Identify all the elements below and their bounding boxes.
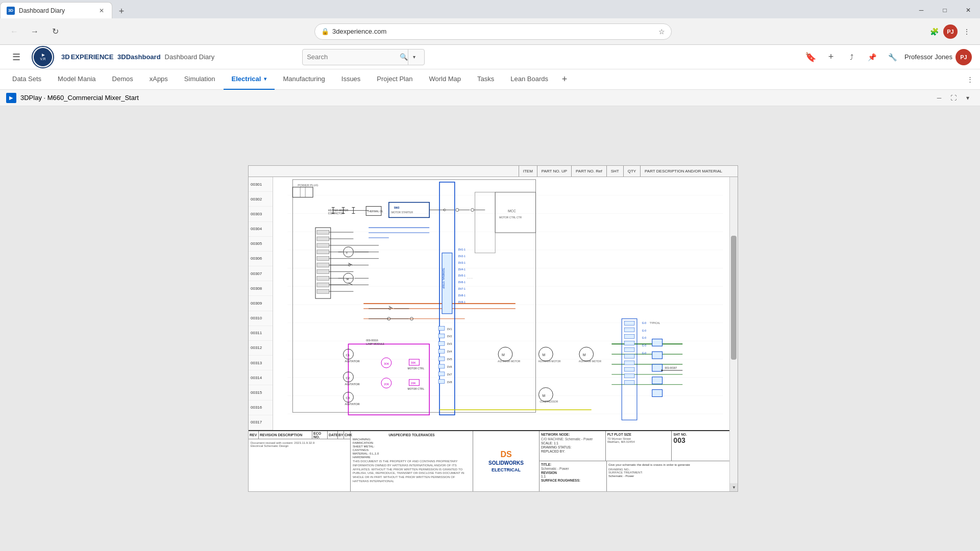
svg-text:DV4: DV4	[447, 350, 452, 353]
svg-rect-116	[624, 328, 634, 332]
svg-text:MOTOR CTRL: MOTOR CTRL	[408, 367, 425, 370]
svg-rect-159	[438, 334, 445, 338]
tab-close-button[interactable]: ✕	[97, 7, 106, 15]
svg-rect-55	[317, 289, 329, 293]
scroll-track[interactable]	[730, 174, 738, 483]
scroll-thumb[interactable]	[731, 236, 737, 359]
svg-rect-53	[317, 276, 329, 280]
svg-rect-50	[317, 257, 329, 261]
header-sht: SHT	[606, 166, 623, 177]
user-section: Professor Jones PJ	[904, 49, 972, 65]
svg-text:DV1-1: DV1-1	[458, 248, 465, 251]
add-tab-button[interactable]: +	[556, 71, 573, 88]
svg-rect-119	[624, 347, 634, 352]
maximize-button[interactable]: □	[933, 2, 957, 18]
tab-world-map[interactable]: World Map	[421, 69, 469, 90]
svg-text:MOTOR CTRL CTR: MOTOR CTRL CTR	[499, 216, 522, 219]
svg-text:T: T	[346, 252, 348, 255]
svg-text:MCC: MCC	[508, 209, 516, 213]
url-text[interactable]: 3dexperience.com	[332, 28, 654, 35]
tab-demos[interactable]: Demos	[104, 69, 141, 90]
expand-panel-button[interactable]: ▾	[962, 92, 974, 104]
forward-button[interactable]: →	[27, 23, 43, 40]
svg-rect-160	[438, 341, 445, 345]
diagram-footer: REV REVISION DESCRIPTION ECO NO. DATE BY…	[249, 430, 738, 491]
header-right: 🔖 + ⤴ 📌 🔧 Professor Jones PJ	[802, 49, 972, 65]
minimize-button[interactable]: ─	[910, 2, 933, 18]
tab-electrical[interactable]: Electrical ▾	[224, 69, 275, 90]
svg-text:DV7: DV7	[447, 373, 452, 376]
svg-text:G-0: G-0	[642, 344, 647, 347]
document-info: Document revised with content: 2023.11.9…	[249, 439, 350, 449]
scroll-down-button[interactable]: ▼	[730, 483, 738, 491]
reload-button[interactable]: ↻	[47, 23, 63, 40]
svg-text:DV7-1: DV7-1	[458, 288, 465, 290]
search-dropdown-button[interactable]: ▾	[408, 49, 420, 65]
schematic-diagram[interactable]: POWER PLUG HEATER MOTOR CONTACTOR	[273, 177, 738, 430]
main-view: ITEM PART NO. UP PART NO. Ref SHT QTY PA…	[0, 106, 980, 551]
new-tab-button[interactable]: +	[114, 4, 129, 18]
row-label-00309: 00309	[249, 296, 273, 311]
svg-text:AGITATOR: AGITATOR	[345, 383, 360, 386]
app-title-text: Dashboard Diary	[165, 53, 215, 61]
tab-manufacturing[interactable]: Manufacturing	[275, 69, 333, 90]
svg-text:TERMINAL STRIP: TERMINAL STRIP	[442, 268, 445, 289]
profile-button[interactable]: PJ	[943, 24, 958, 39]
tools-icon[interactable]: 🔧	[884, 49, 900, 65]
tab-tasks[interactable]: Tasks	[469, 69, 502, 90]
svg-text:G-0: G-0	[642, 330, 647, 332]
back-button[interactable]: ←	[6, 23, 22, 40]
pin-icon[interactable]: 📌	[864, 49, 880, 65]
minimize-panel-button[interactable]: ─	[933, 92, 945, 104]
svg-text:DV5: DV5	[447, 358, 452, 361]
svg-rect-122	[624, 367, 634, 371]
bookmark-tool-icon[interactable]: 🔖	[802, 49, 819, 65]
tab-model-mania[interactable]: Model Mania	[50, 69, 104, 90]
search-box[interactable]: 🔍 ▾	[302, 49, 425, 65]
tab-simulation[interactable]: Simulation	[176, 69, 224, 90]
tab-data-sets[interactable]: Data Sets	[4, 69, 50, 90]
header-part-no: PART NO. UP	[537, 166, 571, 177]
svg-text:MOTOR CTRL: MOTOR CTRL	[408, 388, 425, 390]
tab-xapps[interactable]: xApps	[141, 69, 176, 90]
tab-project-plan[interactable]: Project Plan	[369, 69, 421, 90]
extensions-button[interactable]: 🧩	[927, 24, 941, 39]
bookmark-icon[interactable]: ☆	[658, 28, 665, 36]
svg-text:DV5-1: DV5-1	[458, 274, 465, 277]
svg-text:003-00316: 003-00316	[366, 339, 378, 342]
svg-rect-135	[652, 390, 663, 397]
svg-rect-52	[317, 270, 329, 274]
svg-rect-158	[438, 327, 445, 331]
nav-more-button[interactable]: ⋮	[964, 73, 976, 86]
row-label-00310: 00310	[249, 311, 273, 326]
add-icon[interactable]: +	[823, 49, 839, 65]
svg-rect-133	[652, 364, 663, 371]
row-label-00317: 00317	[249, 415, 273, 430]
subheader-title: 3DPlay · M660_Commercial Mixer_Start	[20, 94, 139, 102]
svg-rect-51	[317, 263, 329, 267]
tolerances-section: UNSPECIFIED TOLERANCES MACHINING: FABRIC…	[351, 431, 473, 491]
tab-issues[interactable]: Issues	[333, 69, 369, 90]
close-button[interactable]: ✕	[957, 2, 980, 18]
svg-rect-118	[624, 341, 634, 345]
fullscreen-panel-button[interactable]: ⛶	[947, 92, 960, 104]
active-tab[interactable]: 3D Dashboard Diary ✕	[0, 2, 112, 18]
share-icon[interactable]: ⤴	[843, 49, 860, 65]
tab-lean-boards[interactable]: Lean Boards	[502, 69, 556, 90]
settings-button[interactable]: ⋮	[960, 24, 974, 39]
play-icon: ▶	[6, 93, 16, 103]
compass-widget[interactable]: ▶ V.R	[31, 45, 55, 69]
right-scrollbar[interactable]: ▲ ▼	[729, 166, 738, 491]
svg-text:30K: 30K	[384, 362, 389, 365]
hamburger-menu[interactable]: ☰	[8, 49, 24, 65]
rev-desc-header: REVISION DESCRIPTION	[259, 431, 312, 439]
svg-text:DV8: DV8	[447, 381, 452, 384]
svg-rect-131	[652, 339, 663, 346]
svg-text:THERMAL OL: THERMAL OL	[367, 210, 383, 213]
user-avatar[interactable]: PJ	[955, 49, 972, 65]
svg-text:C3: C3	[346, 396, 350, 399]
search-input[interactable]	[307, 53, 400, 61]
svg-text:M: M	[347, 278, 349, 281]
app-brand: 3DEXPERIENCE 3DDashboard Dashboard Diary	[61, 53, 214, 61]
row-label-00314: 00314	[249, 370, 273, 385]
